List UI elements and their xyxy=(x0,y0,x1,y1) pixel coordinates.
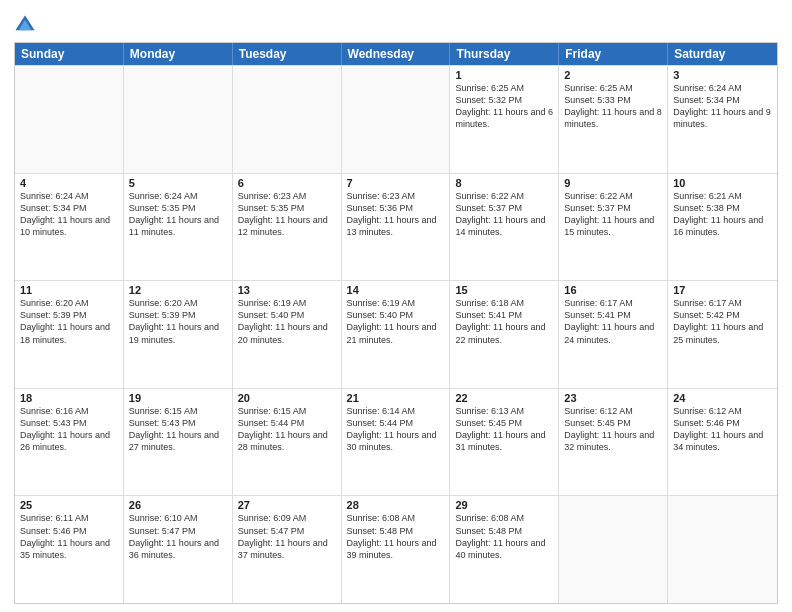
day-info: Sunrise: 6:25 AM Sunset: 5:33 PM Dayligh… xyxy=(564,82,662,131)
calendar-header-cell: Sunday xyxy=(15,43,124,65)
day-number: 7 xyxy=(347,177,445,189)
day-info: Sunrise: 6:15 AM Sunset: 5:43 PM Dayligh… xyxy=(129,405,227,454)
day-info: Sunrise: 6:22 AM Sunset: 5:37 PM Dayligh… xyxy=(455,190,553,239)
day-info: Sunrise: 6:23 AM Sunset: 5:36 PM Dayligh… xyxy=(347,190,445,239)
calendar-cell: 19Sunrise: 6:15 AM Sunset: 5:43 PM Dayli… xyxy=(124,389,233,496)
day-number: 10 xyxy=(673,177,772,189)
calendar-cell xyxy=(124,66,233,173)
day-info: Sunrise: 6:18 AM Sunset: 5:41 PM Dayligh… xyxy=(455,297,553,346)
day-number: 23 xyxy=(564,392,662,404)
day-number: 18 xyxy=(20,392,118,404)
calendar-cell xyxy=(15,66,124,173)
day-number: 8 xyxy=(455,177,553,189)
calendar-header-cell: Wednesday xyxy=(342,43,451,65)
calendar-cell: 12Sunrise: 6:20 AM Sunset: 5:39 PM Dayli… xyxy=(124,281,233,388)
calendar-cell: 7Sunrise: 6:23 AM Sunset: 5:36 PM Daylig… xyxy=(342,174,451,281)
calendar-cell xyxy=(233,66,342,173)
day-info: Sunrise: 6:12 AM Sunset: 5:45 PM Dayligh… xyxy=(564,405,662,454)
day-number: 6 xyxy=(238,177,336,189)
day-number: 9 xyxy=(564,177,662,189)
day-info: Sunrise: 6:17 AM Sunset: 5:41 PM Dayligh… xyxy=(564,297,662,346)
day-number: 22 xyxy=(455,392,553,404)
calendar-cell: 26Sunrise: 6:10 AM Sunset: 5:47 PM Dayli… xyxy=(124,496,233,603)
calendar-header-cell: Tuesday xyxy=(233,43,342,65)
calendar-cell xyxy=(342,66,451,173)
calendar: SundayMondayTuesdayWednesdayThursdayFrid… xyxy=(14,42,778,604)
day-number: 20 xyxy=(238,392,336,404)
day-number: 12 xyxy=(129,284,227,296)
page: SundayMondayTuesdayWednesdayThursdayFrid… xyxy=(0,0,792,612)
calendar-cell: 14Sunrise: 6:19 AM Sunset: 5:40 PM Dayli… xyxy=(342,281,451,388)
calendar-week-row: 25Sunrise: 6:11 AM Sunset: 5:46 PM Dayli… xyxy=(15,495,777,603)
calendar-cell: 9Sunrise: 6:22 AM Sunset: 5:37 PM Daylig… xyxy=(559,174,668,281)
day-info: Sunrise: 6:24 AM Sunset: 5:35 PM Dayligh… xyxy=(129,190,227,239)
calendar-header-cell: Friday xyxy=(559,43,668,65)
day-info: Sunrise: 6:10 AM Sunset: 5:47 PM Dayligh… xyxy=(129,512,227,561)
day-info: Sunrise: 6:13 AM Sunset: 5:45 PM Dayligh… xyxy=(455,405,553,454)
day-number: 15 xyxy=(455,284,553,296)
day-info: Sunrise: 6:12 AM Sunset: 5:46 PM Dayligh… xyxy=(673,405,772,454)
day-number: 11 xyxy=(20,284,118,296)
calendar-header-cell: Thursday xyxy=(450,43,559,65)
calendar-cell: 22Sunrise: 6:13 AM Sunset: 5:45 PM Dayli… xyxy=(450,389,559,496)
calendar-cell: 20Sunrise: 6:15 AM Sunset: 5:44 PM Dayli… xyxy=(233,389,342,496)
day-info: Sunrise: 6:23 AM Sunset: 5:35 PM Dayligh… xyxy=(238,190,336,239)
calendar-cell: 15Sunrise: 6:18 AM Sunset: 5:41 PM Dayli… xyxy=(450,281,559,388)
day-info: Sunrise: 6:14 AM Sunset: 5:44 PM Dayligh… xyxy=(347,405,445,454)
day-number: 2 xyxy=(564,69,662,81)
calendar-header-row: SundayMondayTuesdayWednesdayThursdayFrid… xyxy=(15,43,777,65)
day-info: Sunrise: 6:15 AM Sunset: 5:44 PM Dayligh… xyxy=(238,405,336,454)
day-number: 17 xyxy=(673,284,772,296)
calendar-cell: 13Sunrise: 6:19 AM Sunset: 5:40 PM Dayli… xyxy=(233,281,342,388)
calendar-week-row: 18Sunrise: 6:16 AM Sunset: 5:43 PM Dayli… xyxy=(15,388,777,496)
header xyxy=(14,10,778,36)
day-info: Sunrise: 6:11 AM Sunset: 5:46 PM Dayligh… xyxy=(20,512,118,561)
day-info: Sunrise: 6:24 AM Sunset: 5:34 PM Dayligh… xyxy=(20,190,118,239)
day-info: Sunrise: 6:21 AM Sunset: 5:38 PM Dayligh… xyxy=(673,190,772,239)
day-number: 26 xyxy=(129,499,227,511)
calendar-cell: 23Sunrise: 6:12 AM Sunset: 5:45 PM Dayli… xyxy=(559,389,668,496)
day-number: 3 xyxy=(673,69,772,81)
day-info: Sunrise: 6:08 AM Sunset: 5:48 PM Dayligh… xyxy=(455,512,553,561)
calendar-week-row: 11Sunrise: 6:20 AM Sunset: 5:39 PM Dayli… xyxy=(15,280,777,388)
calendar-cell: 29Sunrise: 6:08 AM Sunset: 5:48 PM Dayli… xyxy=(450,496,559,603)
calendar-cell: 4Sunrise: 6:24 AM Sunset: 5:34 PM Daylig… xyxy=(15,174,124,281)
calendar-cell: 10Sunrise: 6:21 AM Sunset: 5:38 PM Dayli… xyxy=(668,174,777,281)
day-number: 29 xyxy=(455,499,553,511)
day-number: 24 xyxy=(673,392,772,404)
day-info: Sunrise: 6:19 AM Sunset: 5:40 PM Dayligh… xyxy=(238,297,336,346)
calendar-cell: 28Sunrise: 6:08 AM Sunset: 5:48 PM Dayli… xyxy=(342,496,451,603)
day-info: Sunrise: 6:17 AM Sunset: 5:42 PM Dayligh… xyxy=(673,297,772,346)
day-info: Sunrise: 6:08 AM Sunset: 5:48 PM Dayligh… xyxy=(347,512,445,561)
day-number: 21 xyxy=(347,392,445,404)
day-number: 28 xyxy=(347,499,445,511)
day-number: 5 xyxy=(129,177,227,189)
calendar-cell: 8Sunrise: 6:22 AM Sunset: 5:37 PM Daylig… xyxy=(450,174,559,281)
calendar-cell: 5Sunrise: 6:24 AM Sunset: 5:35 PM Daylig… xyxy=(124,174,233,281)
day-info: Sunrise: 6:19 AM Sunset: 5:40 PM Dayligh… xyxy=(347,297,445,346)
day-info: Sunrise: 6:09 AM Sunset: 5:47 PM Dayligh… xyxy=(238,512,336,561)
calendar-header-cell: Monday xyxy=(124,43,233,65)
day-number: 19 xyxy=(129,392,227,404)
calendar-body: 1Sunrise: 6:25 AM Sunset: 5:32 PM Daylig… xyxy=(15,65,777,603)
calendar-cell xyxy=(668,496,777,603)
calendar-cell: 24Sunrise: 6:12 AM Sunset: 5:46 PM Dayli… xyxy=(668,389,777,496)
calendar-header-cell: Saturday xyxy=(668,43,777,65)
day-info: Sunrise: 6:22 AM Sunset: 5:37 PM Dayligh… xyxy=(564,190,662,239)
calendar-week-row: 4Sunrise: 6:24 AM Sunset: 5:34 PM Daylig… xyxy=(15,173,777,281)
day-number: 25 xyxy=(20,499,118,511)
day-number: 14 xyxy=(347,284,445,296)
calendar-cell: 11Sunrise: 6:20 AM Sunset: 5:39 PM Dayli… xyxy=(15,281,124,388)
day-info: Sunrise: 6:24 AM Sunset: 5:34 PM Dayligh… xyxy=(673,82,772,131)
calendar-cell: 18Sunrise: 6:16 AM Sunset: 5:43 PM Dayli… xyxy=(15,389,124,496)
calendar-cell: 25Sunrise: 6:11 AM Sunset: 5:46 PM Dayli… xyxy=(15,496,124,603)
day-number: 27 xyxy=(238,499,336,511)
day-number: 1 xyxy=(455,69,553,81)
day-number: 13 xyxy=(238,284,336,296)
calendar-cell: 1Sunrise: 6:25 AM Sunset: 5:32 PM Daylig… xyxy=(450,66,559,173)
day-number: 16 xyxy=(564,284,662,296)
calendar-cell: 27Sunrise: 6:09 AM Sunset: 5:47 PM Dayli… xyxy=(233,496,342,603)
day-number: 4 xyxy=(20,177,118,189)
logo xyxy=(14,14,40,36)
day-info: Sunrise: 6:25 AM Sunset: 5:32 PM Dayligh… xyxy=(455,82,553,131)
